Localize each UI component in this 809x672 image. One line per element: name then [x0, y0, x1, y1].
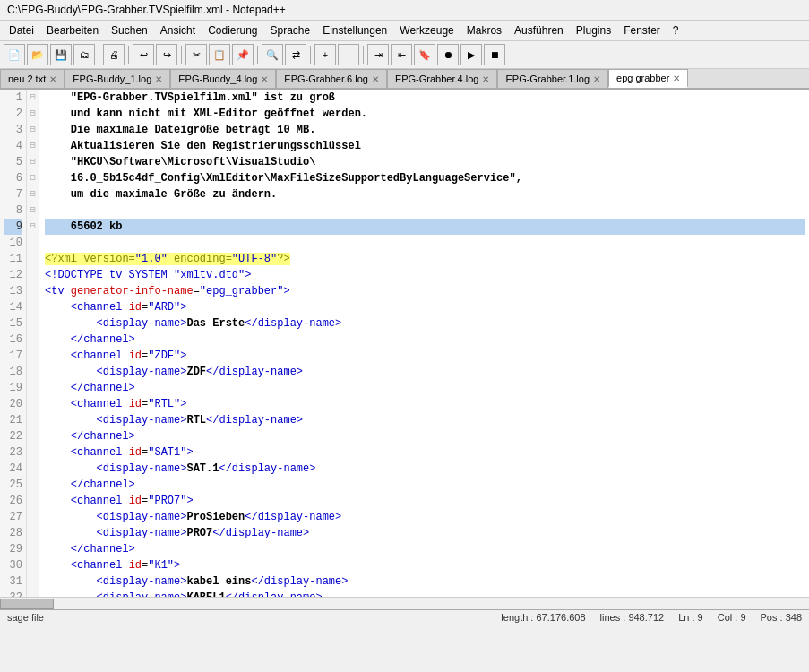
tb-zoomout[interactable]: - [338, 44, 359, 65]
tab-bar: neu 2 txt ✕ EPG-Buddy_1.log ✕ EPG-Buddy_… [0, 69, 809, 90]
code-line-16: </channel> [45, 332, 805, 348]
status-pos: Pos : 348 [761, 612, 803, 623]
tab-epggrabber4-close[interactable]: ✕ [482, 74, 489, 84]
tab-epggrabber-active[interactable]: epg grabber ✕ [608, 69, 688, 88]
tb-undo[interactable]: ↩ [133, 44, 154, 65]
code-line-25: </channel> [45, 477, 805, 493]
status-lines: lines : 948.712 [600, 612, 665, 623]
status-right: length : 67.176.608 lines : 948.712 Ln :… [501, 612, 802, 623]
code-line-18: <display-name>ZDF</display-name> [45, 364, 805, 380]
tb-replace[interactable]: ⇄ [285, 44, 306, 65]
code-line-22: </channel> [45, 428, 805, 444]
menu-bearbeiten[interactable]: Bearbeiten [41, 22, 104, 39]
toolbar: 📄 📂 💾 🗂 🖨 ↩ ↪ ✂ 📋 📌 🔍 ⇄ + - ⇥ ⇤ 🔖 ⏺ ▶ ⏹ [0, 41, 809, 69]
line-numbers: 12345678 9 10111213141516 17181920212223… [0, 90, 27, 597]
sep-2 [128, 46, 129, 64]
tb-copy[interactable]: 📋 [209, 44, 230, 65]
status-bar: sage file length : 67.176.608 lines : 94… [0, 609, 809, 625]
tb-indent[interactable]: ⇥ [367, 44, 389, 65]
tb-saveall[interactable]: 🗂 [73, 44, 95, 65]
code-line-5: "HKCU\Software\Microsoft\VisualStudio\ [45, 154, 805, 170]
tb-macro-play[interactable]: ▶ [460, 44, 482, 65]
sep-3 [181, 46, 182, 64]
tab-epggrabber1-label: EPG-Grabber.1.log [505, 73, 590, 84]
code-line-21: <display-name>RTL</display-name> [45, 412, 805, 428]
tab-epgbuddy4[interactable]: EPG-Buddy_4.log ✕ [170, 69, 276, 88]
code-area[interactable]: "EPG-Grabber.TVSpielfilm.xml" ist zu gro… [39, 90, 809, 597]
tb-save[interactable]: 💾 [50, 44, 72, 65]
tab-epggrabber-close[interactable]: ✕ [673, 73, 680, 83]
tb-open[interactable]: 📂 [27, 44, 48, 65]
tb-find[interactable]: 🔍 [262, 44, 283, 65]
tab-neu2-close[interactable]: ✕ [49, 74, 56, 84]
code-line-24: <display-name>SAT.1</display-name> [45, 461, 805, 477]
code-line-3: Die maximale Dateigröße beträgt 10 MB. [45, 122, 805, 138]
code-line-23: <channel id="SAT1"> [45, 444, 805, 461]
tb-new[interactable]: 📄 [4, 44, 25, 65]
code-line-14: <channel id="ARD"> [45, 299, 805, 315]
sep-5 [310, 46, 311, 64]
code-line-26: <channel id="PRO7"> [45, 493, 805, 509]
tab-epgbuddy1-label: EPG-Buddy_1.log [73, 73, 151, 84]
code-line-31: <display-name>kabel eins</display-name> [45, 573, 805, 590]
tab-epggrabber4-label: EPG-Grabber.4.log [395, 73, 479, 84]
tab-epgbuddy1-close[interactable]: ✕ [155, 74, 162, 84]
menu-datei[interactable]: Datei [4, 22, 39, 39]
hscroll-thumb[interactable] [0, 599, 54, 609]
menu-bar: Datei Bearbeiten Suchen Ansicht Codierun… [0, 21, 809, 41]
menu-einstellungen[interactable]: Einstellungen [317, 22, 392, 39]
menu-plugins[interactable]: Plugins [571, 22, 616, 39]
tb-paste[interactable]: 📌 [232, 44, 254, 65]
tb-zoomin[interactable]: + [314, 44, 336, 65]
tb-print[interactable]: 🖨 [103, 44, 125, 65]
menu-ausfuehren[interactable]: Ausführen [509, 22, 569, 39]
code-line-1: "EPG-Grabber.TVSpielfilm.xml" ist zu gro… [45, 90, 805, 106]
code-line-32: <display-name>KABEL1</display-name> [45, 590, 805, 597]
code-line-13: <tv generator-info-name="epg_grabber"> [45, 283, 805, 299]
sep-6 [363, 46, 364, 64]
horizontal-scrollbar[interactable] [0, 597, 809, 609]
code-line-2: und kann nicht mit XML-Editor geöffnet w… [45, 106, 805, 122]
code-line-28: <display-name>PRO7</display-name> [45, 525, 805, 541]
tb-bookmark[interactable]: 🔖 [414, 44, 435, 65]
code-line-10 [45, 235, 805, 251]
code-line-19: </channel> [45, 380, 805, 396]
menu-suchen[interactable]: Suchen [106, 22, 153, 39]
menu-makros[interactable]: Makros [461, 22, 507, 39]
code-line-9: 65602 kb [45, 219, 805, 235]
tab-epggrabber1-close[interactable]: ✕ [593, 74, 600, 84]
fold-column: ⊟⊟ ⊟ ⊟ ⊟ ⊟ ⊟ ⊟ ⊟ [27, 90, 39, 597]
menu-ansicht[interactable]: Ansicht [155, 22, 201, 39]
menu-fenster[interactable]: Fenster [618, 22, 666, 39]
tab-epggrabber1[interactable]: EPG-Grabber.1.log ✕ [497, 69, 608, 88]
tab-epgbuddy4-label: EPG-Buddy_4.log [178, 73, 257, 84]
menu-werkzeuge[interactable]: Werkzeuge [394, 22, 459, 39]
tab-epgbuddy4-close[interactable]: ✕ [261, 74, 268, 84]
code-line-6: 16.0_5b15c4df_Config\XmlEditor\MaxFileSi… [45, 170, 805, 186]
code-line-4: Aktualisieren Sie den Registrierungsschl… [45, 138, 805, 154]
tb-macro-stop[interactable]: ⏹ [484, 44, 505, 65]
code-line-15: <display-name>Das Erste</display-name> [45, 315, 805, 332]
tab-epggrabber4[interactable]: EPG-Grabber.4.log ✕ [387, 69, 498, 88]
code-line-17: <channel id="ZDF"> [45, 348, 805, 364]
tab-epggrabber6[interactable]: EPG-Grabber.6.log ✕ [276, 69, 387, 88]
menu-sprache[interactable]: Sprache [265, 22, 316, 39]
tb-redo[interactable]: ↪ [156, 44, 177, 65]
status-file-type: sage file [7, 612, 44, 623]
tab-epggrabber-label: epg grabber [616, 73, 669, 83]
sep-4 [257, 46, 258, 64]
code-line-29: </channel> [45, 541, 805, 557]
tab-epggrabber6-close[interactable]: ✕ [372, 74, 379, 84]
menu-codierung[interactable]: Codierung [202, 22, 262, 39]
tb-macro-rec[interactable]: ⏺ [437, 44, 459, 65]
tab-neu2[interactable]: neu 2 txt ✕ [0, 69, 65, 88]
menu-help[interactable]: ? [667, 22, 684, 39]
title-text: C:\EPG-Buddy\EPG-Grabber.TVSpielfilm.xml… [7, 4, 286, 16]
status-col: Col : 9 [718, 612, 746, 623]
tab-epgbuddy1[interactable]: EPG-Buddy_1.log ✕ [65, 69, 170, 88]
tab-epggrabber6-label: EPG-Grabber.6.log [284, 73, 368, 84]
tb-cut[interactable]: ✂ [185, 44, 207, 65]
tab-neu2-label: neu 2 txt [8, 73, 46, 84]
tb-unindent[interactable]: ⇤ [391, 44, 412, 65]
title-bar: C:\EPG-Buddy\EPG-Grabber.TVSpielfilm.xml… [0, 0, 809, 21]
